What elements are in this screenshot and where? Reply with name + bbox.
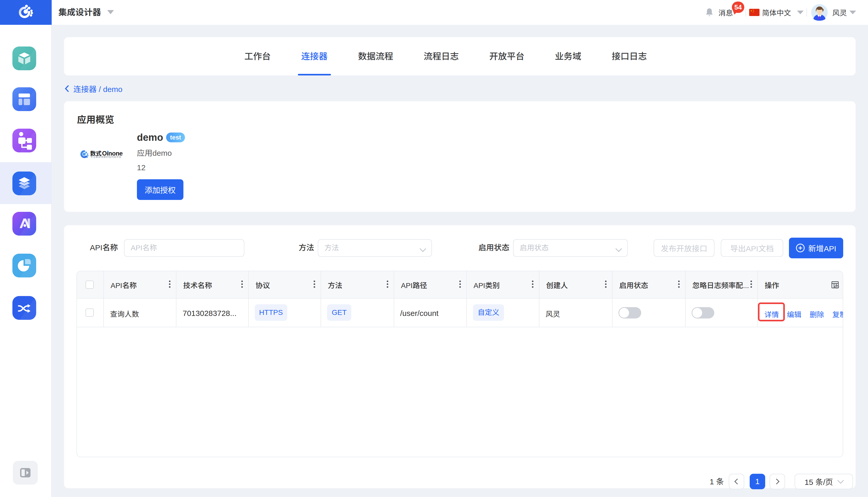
svg-text:专注复杂场景的低代码平台: 专注复杂场景的低代码平台: [90, 155, 122, 158]
